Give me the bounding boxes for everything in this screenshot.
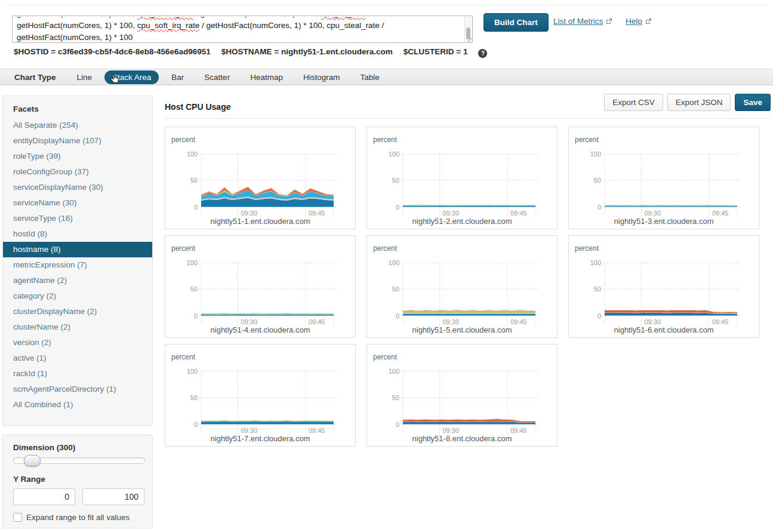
svg-text:50: 50 — [190, 285, 198, 293]
chart-host-title: nightly51-1.ent.cloudera.com — [165, 217, 355, 226]
facet-item[interactable]: entityDisplayName (107) — [3, 133, 152, 149]
svg-text:09:45: 09:45 — [510, 427, 527, 434]
facet-item[interactable]: All Separate (254) — [3, 118, 152, 133]
header-divider — [165, 118, 771, 119]
facet-item[interactable]: hostname (8) — [3, 242, 152, 257]
svg-text:50: 50 — [392, 394, 399, 401]
svg-text:09:30: 09:30 — [241, 210, 257, 217]
query-variable: $CLUSTERID = 1 — [404, 47, 468, 56]
stack-area-chart: 05010009:3009:45 — [367, 127, 557, 220]
chart-type-option[interactable]: Bar — [164, 70, 192, 84]
y-range-min-input[interactable] — [13, 488, 75, 505]
save-button[interactable]: Save — [735, 94, 771, 111]
chart-type-option[interactable]: Heatmap — [242, 70, 291, 84]
svg-text:09:30: 09:30 — [442, 318, 459, 325]
facet-item[interactable]: serviceType (16) — [3, 211, 152, 226]
expand-range-checkbox[interactable] — [13, 513, 22, 522]
facet-item[interactable]: roleType (39) — [3, 149, 152, 164]
facet-item[interactable]: All Combined (1) — [3, 397, 152, 413]
svg-text:09:45: 09:45 — [309, 318, 325, 325]
export-json-button[interactable]: Export JSON — [667, 94, 731, 111]
facet-item[interactable]: metricExpression (7) — [3, 257, 152, 273]
variables-list: $HOSTID = c3f6ed39-cb5f-4dc6-8eb8-456e6a… — [14, 47, 478, 56]
tsquery-editor[interactable]: getHostFact(numCores, 1) * 100, cpu_iowa… — [12, 16, 473, 43]
svg-text:100: 100 — [590, 259, 601, 266]
svg-text:09:45: 09:45 — [510, 210, 527, 217]
svg-text:0: 0 — [598, 204, 601, 211]
page-title: Host CPU Usage — [165, 102, 230, 112]
chart-type-option[interactable]: Stack Area — [104, 70, 159, 84]
external-link-icon — [606, 18, 612, 24]
svg-text:0: 0 — [194, 312, 198, 319]
svg-text:0: 0 — [598, 312, 601, 319]
chart-type-option[interactable]: Table — [352, 70, 387, 84]
facet-item[interactable]: clusterName (2) — [3, 319, 152, 335]
chart-type-options: LineStack AreaBarScatterHeatmapHistogram… — [69, 70, 392, 84]
svg-text:09:45: 09:45 — [309, 210, 325, 217]
facet-item[interactable]: serviceName (30) — [3, 195, 152, 211]
chart-host-title: nightly51-4.ent.cloudera.com — [165, 325, 355, 334]
help-circle-icon[interactable]: ? — [478, 49, 487, 58]
chart-card: percent 05010009:3009:45 nightly51-7.ent… — [165, 344, 356, 447]
facet-item[interactable]: clusterDisplayName (2) — [3, 304, 152, 319]
facet-item[interactable]: hostId (8) — [3, 226, 152, 242]
chart-card: percent 05010009:3009:45 nightly51-1.ent… — [165, 127, 356, 229]
chart-card: percent 05010009:3009:45 nightly51-6.ent… — [568, 235, 759, 338]
chart-type-option[interactable]: Scatter — [196, 70, 238, 84]
facets-panel: Facets All Separate (254)entityDisplayNa… — [2, 96, 153, 426]
chart-card: percent 05010009:3009:45 nightly51-5.ent… — [367, 235, 558, 338]
facet-item[interactable]: roleConfigGroup (37) — [3, 164, 152, 180]
svg-text:0: 0 — [396, 204, 399, 211]
chart-type-bar: Chart Type LineStack AreaBarScatterHeatm… — [0, 69, 773, 85]
chart-type-option[interactable]: Histogram — [295, 70, 348, 84]
svg-text:09:45: 09:45 — [309, 427, 325, 434]
svg-text:50: 50 — [594, 285, 601, 293]
query-text[interactable]: getHostFact(numCores, 1) * 100, cpu_iowa… — [17, 17, 464, 42]
facet-item[interactable]: version (2) — [3, 335, 152, 350]
svg-text:100: 100 — [389, 259, 399, 266]
export-csv-button[interactable]: Export CSV — [604, 94, 663, 111]
facet-list: All Separate (254)entityDisplayName (107… — [3, 118, 152, 413]
svg-text:09:30: 09:30 — [442, 427, 459, 434]
dimension-panel: Dimension (300) Y Range Expand range to … — [2, 435, 153, 528]
chart-host-title: nightly51-8.ent.cloudera.com — [367, 434, 557, 443]
facet-item[interactable]: active (1) — [3, 350, 152, 366]
chart-card: percent 05010009:3009:45 nightly51-4.ent… — [165, 235, 356, 338]
svg-text:100: 100 — [389, 368, 399, 375]
chart-type-label: Chart Type — [14, 73, 56, 82]
facet-item[interactable]: agentName (2) — [3, 273, 152, 288]
svg-text:09:30: 09:30 — [644, 318, 661, 325]
chart-host-title: nightly51-3.ent.cloudera.com — [569, 217, 759, 226]
build-chart-button[interactable]: Build Chart — [483, 13, 549, 32]
y-range-max-input[interactable] — [82, 488, 144, 505]
svg-text:09:30: 09:30 — [442, 210, 459, 217]
chart-type-option[interactable]: Line — [69, 70, 100, 84]
svg-text:100: 100 — [389, 150, 399, 158]
help-link[interactable]: Help — [626, 17, 652, 26]
query-variables: $HOSTID = c3f6ed39-cb5f-4dc6-8eb8-456e6a… — [14, 47, 487, 58]
facet-item[interactable]: scmAgentParcelDirectory (1) — [3, 382, 152, 397]
chart-card: percent 05010009:3009:45 nightly51-3.ent… — [568, 127, 759, 229]
chart-host-title: nightly51-7.ent.cloudera.com — [165, 434, 355, 443]
facet-item[interactable]: category (2) — [3, 288, 152, 304]
facet-item[interactable]: serviceDisplayName (30) — [3, 180, 152, 195]
dimension-slider[interactable] — [13, 457, 145, 464]
svg-text:09:30: 09:30 — [241, 427, 257, 434]
query-variable: $HOSTNAME = nightly51-1.ent.cloudera.com — [221, 47, 393, 56]
svg-text:50: 50 — [190, 177, 198, 184]
facets-title: Facets — [13, 104, 152, 113]
stack-area-chart: 05010009:3009:45 — [165, 345, 355, 438]
svg-text:50: 50 — [392, 285, 399, 293]
svg-text:100: 100 — [187, 259, 198, 266]
dimension-slider-thumb[interactable] — [24, 455, 41, 466]
facet-item[interactable]: rackId (1) — [3, 366, 152, 382]
stack-area-chart: 05010009:3009:45 — [569, 236, 759, 329]
chart-card: percent 05010009:3009:45 nightly51-2.ent… — [367, 127, 558, 229]
svg-text:09:30: 09:30 — [241, 318, 257, 325]
stack-area-chart: 05010009:3009:45 — [165, 127, 355, 220]
chart-card: percent 05010009:3009:45 nightly51-8.ent… — [367, 344, 558, 447]
dimension-label: Dimension (300) — [13, 443, 152, 452]
list-of-metrics-link[interactable]: List of Metrics — [553, 17, 612, 26]
svg-text:09:45: 09:45 — [510, 318, 527, 325]
charts-grid: percent 05010009:3009:45 nightly51-1.ent… — [165, 127, 759, 447]
